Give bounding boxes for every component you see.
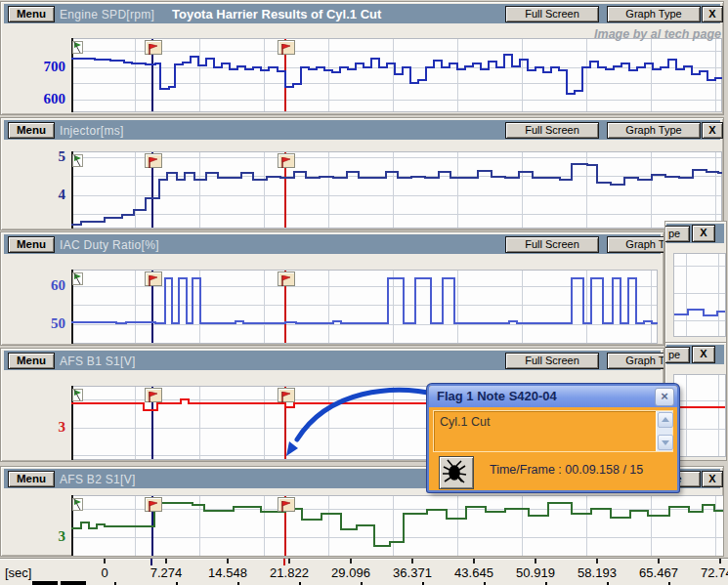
graph-type-button[interactable]: pe (665, 347, 690, 363)
panel-title: Injector[ms] (60, 124, 124, 138)
menu-button[interactable]: Menu (8, 122, 55, 139)
y-axis-label: 3 (22, 419, 65, 436)
flag-note-dialog: Flag 1 Note S420-04 × Cyl.1 Cut (427, 384, 679, 492)
chart-plot (71, 151, 722, 229)
time-tick-label: 36.371 (382, 565, 443, 580)
dialog-footer: Time/Frame : 00.09.158 / 15 (429, 452, 677, 490)
chart-plot (673, 253, 726, 337)
flag-marker-icon[interactable] (278, 153, 295, 168)
time-tick (473, 559, 475, 564)
chart-plot (71, 38, 722, 112)
bug-button[interactable] (439, 456, 474, 489)
y-axis-label: 600 (22, 91, 65, 107)
flag-marker-icon[interactable] (278, 40, 295, 55)
flag-marker-icon[interactable] (145, 388, 162, 402)
start-flag-icon (72, 388, 83, 400)
panel-title: Engine SPD[rpm] (60, 8, 154, 21)
time-tick-label: 43.645 (444, 565, 504, 580)
menu-button[interactable]: Menu (8, 471, 55, 487)
note-box: Cyl.1 Cut (433, 410, 673, 452)
time-tick-label: 29.096 (321, 565, 381, 580)
time-tick (104, 559, 106, 564)
scroll-up-icon[interactable] (658, 412, 673, 428)
note-scrollbar[interactable] (656, 411, 672, 451)
bottom-window-fragment (32, 581, 58, 585)
scroll-down-icon[interactable] (658, 435, 673, 450)
time-tick-label: 58.193 (567, 565, 627, 580)
y-axis-label: 5 (22, 148, 65, 165)
graph-type-button[interactable]: Graph Type (607, 122, 701, 139)
results-title: Toyota Harrier Results of Cyl.1 Cut (172, 7, 381, 21)
close-button[interactable]: X (692, 346, 715, 363)
y-axis-label: 50 (22, 315, 65, 332)
time-tick-label: 0 (74, 565, 135, 580)
time-tick (596, 559, 598, 564)
full-screen-button[interactable]: Full Screen (505, 236, 599, 253)
dialog-title: Flag 1 Note S420-04 (437, 389, 557, 403)
time-tick (227, 559, 229, 564)
time-frame-text: Time/Frame : 00.09.158 / 15 (490, 463, 675, 477)
time-tick-label: 65.467 (628, 565, 689, 580)
panel-window: MenuEngine SPD[rpm]Toyota Harrier Result… (0, 1, 724, 115)
time-tick (288, 559, 290, 564)
time-axis-unit: [sec] (5, 565, 31, 580)
time-tick-label: 21.822 (259, 565, 320, 580)
graph-type-button[interactable]: Graph Type (607, 353, 664, 369)
panel-title: IAC Duty Ratio[%] (60, 238, 159, 252)
bug-icon (440, 457, 471, 486)
flag-marker-icon[interactable] (278, 497, 295, 512)
panel-window: MenuIAC Duty Ratio[%]Full ScreenGraph Ty… (0, 231, 664, 346)
start-flag-icon (72, 153, 83, 166)
panel-title: AFS B2 S1[V] (60, 473, 136, 486)
time-tick (658, 559, 660, 564)
chart-plot (673, 374, 726, 457)
flag-marker-icon[interactable] (278, 272, 295, 286)
close-icon[interactable]: × (655, 388, 674, 406)
full-screen-button[interactable]: Full Screen (505, 353, 599, 369)
panel-title: AFS B1 S1[V] (60, 355, 136, 368)
graph-type-button[interactable]: pe (665, 226, 690, 242)
diagnostic-tool-window: MenuEngine SPD[rpm]Toyota Harrier Result… (0, 0, 728, 585)
time-tick-label: 14.548 (197, 565, 258, 580)
close-button[interactable]: X (702, 122, 723, 139)
flag-marker-icon[interactable] (145, 40, 162, 55)
note-text: Cyl.1 Cut (440, 415, 490, 429)
time-axis: [sec] 07.27414.54821.82229.09636.37143.6… (0, 558, 728, 585)
flag-marker-icon[interactable] (145, 272, 162, 286)
flag-marker-icon[interactable] (278, 388, 295, 402)
signal-trace (674, 310, 725, 315)
time-tick (719, 559, 721, 564)
flag-marker-icon[interactable] (145, 153, 162, 168)
full-screen-button[interactable]: Full Screen (505, 6, 599, 22)
time-tick (350, 559, 352, 564)
graph-type-button[interactable]: Graph Type (607, 236, 664, 253)
close-button[interactable]: X (702, 6, 723, 22)
menu-button[interactable]: Menu (8, 6, 55, 22)
menu-button[interactable]: Menu (8, 236, 55, 253)
full-screen-button[interactable]: Full Screen (505, 122, 599, 139)
background-window-fragment: peX (664, 221, 727, 343)
menu-button[interactable]: Menu (8, 353, 55, 369)
chart-plot (71, 495, 724, 557)
panel-window: MenuInjector[ms]Full ScreenGraph TypeX54 (0, 117, 724, 230)
y-axis-label: 60 (22, 277, 65, 294)
close-button[interactable]: X (692, 225, 715, 242)
y-axis-label: 4 (22, 187, 65, 203)
dialog-titlebar[interactable]: Flag 1 Note S420-04 × (429, 386, 677, 407)
time-tick (535, 559, 536, 564)
image-credit: Image by al tech page (547, 27, 721, 41)
y-axis-label: 3 (22, 528, 65, 545)
time-tick (411, 559, 413, 564)
cursor-tick (150, 559, 152, 565)
time-tick (165, 559, 167, 564)
start-flag-icon (72, 272, 83, 284)
bottom-window-fragment (61, 581, 86, 585)
graph-type-button[interactable]: Graph Type (607, 6, 701, 22)
close-button[interactable]: X (702, 471, 723, 487)
flag-marker-icon[interactable] (145, 497, 162, 512)
time-tick-label: 72.741 (690, 565, 728, 580)
time-tick-label: 7.274 (136, 565, 196, 580)
time-tick-label: 50.919 (505, 565, 566, 580)
y-axis-label: 700 (22, 59, 65, 75)
start-flag-icon (72, 497, 83, 510)
